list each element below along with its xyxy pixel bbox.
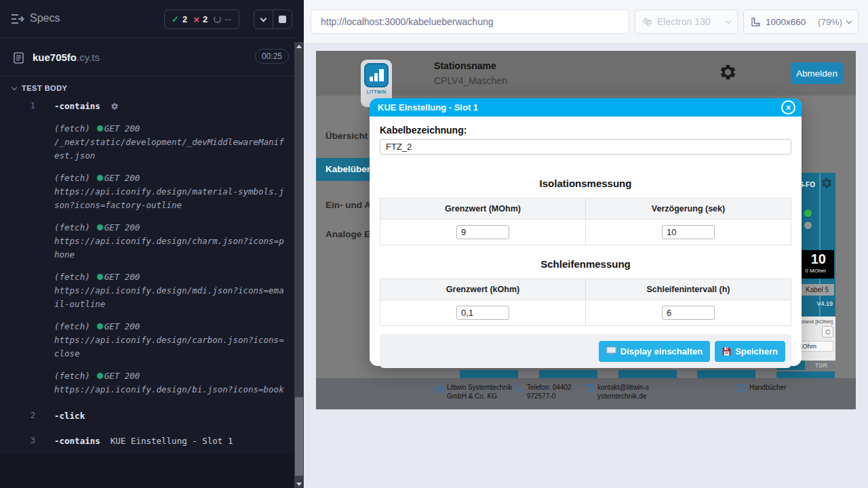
network-log-row[interactable]: (fetch)GET 200https://api.iconify.design… <box>0 218 294 264</box>
stop-button[interactable] <box>273 10 292 28</box>
email-icon <box>585 384 594 392</box>
scrollbar-thumb[interactable] <box>295 397 303 476</box>
stop-icon <box>279 16 286 23</box>
network-log-row[interactable]: (fetch)GET 200https://api.iconify.design… <box>0 317 294 363</box>
cable-name-label: Kabelbezeichnung: <box>380 125 791 136</box>
loop-limit-input[interactable] <box>456 306 509 320</box>
chevron-down-icon <box>12 84 17 89</box>
loop-interval-input[interactable] <box>662 306 715 320</box>
app-footer: Littwin Systemtechnik GmbH & Co. KG Tele… <box>316 378 856 409</box>
kue-settings-modal: KUE Einstellung - Slot 1 × Kabelbezeichn… <box>370 98 802 366</box>
save-button[interactable]: Speichern <box>715 341 785 362</box>
reporter-bottom-area <box>0 454 294 488</box>
book-icon <box>736 384 746 392</box>
settings-gear-icon[interactable] <box>719 63 737 81</box>
tdr-tab[interactable]: TDR <box>808 361 835 370</box>
chevron-down-icon <box>260 15 267 22</box>
display-on-button[interactable]: Display einschalten <box>599 341 710 362</box>
isolation-col1-header: Grenzwert (MOhm) <box>380 199 586 220</box>
status-dot <box>97 323 103 329</box>
electron-icon <box>642 17 652 27</box>
footer-company: Littwin Systemtechnik GmbH & Co. KG <box>434 383 517 401</box>
status-led-gray <box>804 222 812 229</box>
cable-name-input[interactable] <box>380 139 791 155</box>
stat-failed: ×2 <box>193 14 208 25</box>
station-name: CPLV4_Maschen <box>434 75 507 86</box>
network-log-row[interactable]: (fetch)GET 200https://api.iconify.design… <box>0 268 294 314</box>
factory-icon <box>434 384 443 393</box>
isolation-delay-input[interactable] <box>662 225 715 239</box>
ruler-icon <box>751 17 761 27</box>
stat-pending: -- <box>214 14 232 24</box>
browser-select[interactable]: Electron 130 <box>635 9 738 34</box>
status-dot <box>97 224 103 230</box>
browser-toolbar: http://localhost:3000/kabelueberwachung … <box>304 0 868 43</box>
littwin-logo-icon <box>364 63 389 87</box>
specs-title[interactable]: Specs <box>30 12 60 24</box>
scroll-up-arrow[interactable] <box>294 42 304 50</box>
check-icon: ✓ <box>172 14 179 24</box>
isolation-section-title: Isolationsmessung <box>380 178 791 189</box>
footer-phone: Telefon: 04402 972577-0 <box>514 383 582 401</box>
isolation-col2-header: Verzögerung (sek) <box>586 199 791 220</box>
cypress-reporter-panel: Specs ✓2 ×2 -- kue705fo.cy.ts 00:25 TEST… <box>0 0 304 488</box>
monitor-icon <box>606 346 616 356</box>
save-floppy-icon <box>722 347 731 356</box>
scroll-down-arrow[interactable] <box>294 480 304 488</box>
x-icon: × <box>193 14 199 25</box>
refresh-button[interactable] <box>822 326 833 338</box>
logout-button[interactable]: Abmelden <box>791 62 843 84</box>
modal-footer: Display einschalten Speichern <box>380 334 791 368</box>
spec-file-name: kue705fo.cy.ts <box>33 52 100 63</box>
isolation-table: Grenzwert (MOhm) Verzögerung (sek) <box>380 198 791 245</box>
url-input[interactable]: http://localhost:3000/kabelueberwachung <box>311 9 629 34</box>
network-log-row[interactable]: (fetch)GET 200/_next/static/development/… <box>0 119 294 165</box>
network-log-row[interactable]: (fetch)GET 200https://api.iconify.design… <box>0 169 294 215</box>
command-row[interactable]: 1 -contains <box>0 96 294 116</box>
network-log-row[interactable]: (fetch)GET 200https://api.iconify.design… <box>0 367 294 399</box>
modal-title: KUE Einstellung - Slot 1 <box>370 102 478 113</box>
loop-col1-header: Grenzwert (kOhm) <box>380 279 586 300</box>
status-led-green <box>804 209 812 217</box>
close-icon[interactable]: × <box>781 100 795 115</box>
collapse-button[interactable] <box>254 10 273 28</box>
station-label: Stationsname <box>434 60 496 71</box>
loop-table: Grenzwert (kOhm) Schleifenintervall (h) <box>380 279 791 326</box>
status-dot <box>97 274 103 280</box>
spinner-icon <box>214 16 221 23</box>
status-dot <box>97 125 103 131</box>
spec-file-icon <box>14 52 24 66</box>
isolation-limit-input[interactable] <box>456 225 509 239</box>
run-controls <box>254 9 292 29</box>
command-log: 1 -contains (fetch)GET 200/_next/static/… <box>0 96 294 488</box>
loop-col2-header: Schleifenintervall (h) <box>586 279 791 300</box>
reporter-header: Specs ✓2 ×2 -- <box>0 0 294 38</box>
reporter-scrollbar[interactable] <box>294 42 304 488</box>
viewport-select[interactable]: 1000x660 (79%) <box>743 9 859 34</box>
app-header: Stationsname CPLV4_Maschen Abmelden <box>316 51 856 96</box>
firmware-version: V4.19 <box>816 300 833 307</box>
stat-passed: ✓2 <box>172 14 187 24</box>
chevron-down-icon <box>726 18 731 23</box>
spec-file-row[interactable]: kue705fo.cy.ts 00:25 <box>0 39 294 77</box>
refresh-icon <box>825 329 831 336</box>
command-row[interactable]: 3 -contains KUE Einstellung - Slot 1 <box>0 431 294 451</box>
specs-list-icon[interactable] <box>11 14 24 27</box>
footer-manuals[interactable]: Handbücher <box>736 383 786 392</box>
command-row[interactable]: 2 -click <box>0 406 294 426</box>
status-dot <box>97 175 103 181</box>
test-body-toggle[interactable]: TEST BODY <box>12 84 67 92</box>
card-gear-icon[interactable] <box>821 177 833 189</box>
gear-icon <box>111 102 119 110</box>
chevron-down-icon <box>846 18 852 23</box>
footer-email: kontakt@littwin-systemtechnik.de <box>585 383 650 401</box>
modal-header: KUE Einstellung - Slot 1 × <box>370 98 802 117</box>
status-dot <box>97 373 103 379</box>
loop-section-title: Schleifenmessung <box>380 258 791 270</box>
spec-duration: 00:25 <box>255 49 289 64</box>
test-stats: ✓2 ×2 -- <box>164 9 239 29</box>
phone-icon <box>514 384 524 392</box>
